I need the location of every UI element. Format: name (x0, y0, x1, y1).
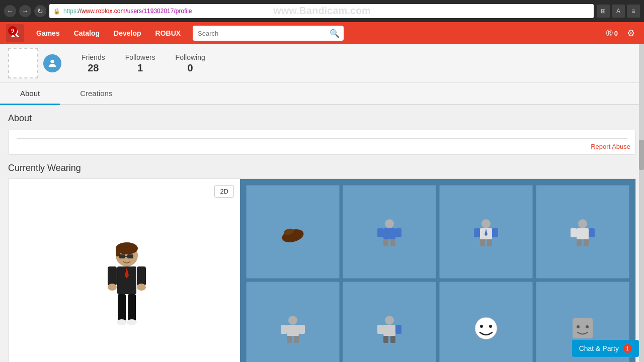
svg-rect-13 (118, 294, 126, 322)
followers-value: 1 (137, 62, 143, 74)
svg-rect-9 (108, 266, 117, 286)
browser-tools: ⊞ A ≡ (597, 5, 640, 18)
lock-icon: 🔒 (53, 8, 60, 15)
svg-rect-35 (589, 228, 595, 237)
svg-point-25 (481, 219, 491, 228)
svg-rect-42 (287, 336, 292, 343)
url-display: https://www.roblox.com/users/119302017/p… (63, 8, 192, 15)
forward-button[interactable]: → (19, 5, 31, 17)
robux-button[interactable]: ® 0 (603, 28, 621, 39)
robux-count: 0 (614, 30, 618, 37)
svg-rect-36 (577, 239, 582, 246)
search-bar: 🔍 (193, 26, 344, 41)
svg-point-0 (50, 60, 54, 63)
item-hair[interactable] (246, 185, 340, 279)
svg-point-32 (578, 219, 587, 228)
svg-rect-21 (377, 228, 383, 237)
profile-header: Friends 28 Followers 1 Following 0 (0, 44, 644, 83)
svg-rect-41 (299, 325, 305, 334)
svg-point-44 (385, 316, 394, 325)
svg-point-19 (385, 219, 394, 228)
svg-rect-3 (116, 246, 120, 256)
wearing-title: Currently Wearing (8, 163, 636, 173)
settings-button[interactable]: ⚙ (624, 28, 638, 39)
svg-point-50 (475, 317, 497, 339)
scrollbar-thumb[interactable] (639, 140, 644, 170)
avatar-3d-panel: 2D (9, 179, 240, 362)
svg-point-55 (586, 325, 589, 328)
navbar-right: ® 0 ⚙ (603, 28, 638, 39)
item-shirt-blue[interactable] (343, 185, 436, 279)
scrollbar[interactable] (639, 44, 644, 362)
friends-stat: Friends 28 (82, 53, 105, 74)
refresh-button[interactable]: ↻ (34, 5, 46, 17)
friends-label: Friends (82, 53, 105, 61)
address-bar[interactable]: 🔒 https://www.roblox.com/users/119302017… (49, 4, 594, 18)
profile-stats: Friends 28 Followers 1 Following 0 (82, 53, 205, 74)
svg-rect-22 (395, 228, 401, 237)
avatar-placeholder (8, 48, 38, 78)
svg-rect-40 (281, 325, 287, 334)
svg-point-16 (127, 319, 137, 325)
svg-rect-23 (383, 239, 388, 246)
svg-point-11 (108, 284, 117, 291)
svg-rect-30 (480, 239, 485, 246)
search-input[interactable] (193, 26, 326, 41)
notification-badge: 9 (8, 26, 17, 35)
following-value: 0 (188, 62, 193, 74)
svg-rect-27 (474, 228, 480, 237)
chat-badge: 1 (623, 344, 632, 353)
profile-btn[interactable]: A (612, 5, 625, 18)
roblox-navbar: 9 R Games Catalog Develop ROBUX 🔍 ® 0 ⚙ (0, 22, 644, 44)
items-grid-panel (240, 179, 635, 362)
avatar-figure (94, 240, 154, 341)
about-box: Report Abuse (8, 130, 636, 155)
item-shirt-white-tie[interactable] (439, 185, 533, 279)
browser-chrome: ← → ↻ 🔒 https://www.roblox.com/users/119… (0, 0, 644, 22)
menu-btn[interactable]: ≡ (627, 5, 640, 18)
svg-rect-24 (390, 239, 395, 246)
tab-creations[interactable]: Creations (60, 83, 132, 105)
svg-point-54 (577, 325, 580, 328)
logo-wrap: 9 R (6, 24, 24, 42)
tabs-bar: About Creations (0, 83, 644, 105)
search-button[interactable]: 🔍 (326, 29, 344, 38)
svg-rect-47 (395, 325, 401, 334)
tab-about[interactable]: About (0, 83, 60, 105)
avatar-svg (94, 240, 159, 346)
svg-rect-28 (492, 228, 498, 237)
extensions-btn[interactable]: ⊞ (597, 5, 610, 18)
svg-point-12 (137, 284, 146, 291)
item-pants[interactable] (246, 282, 340, 362)
svg-rect-37 (584, 239, 589, 246)
item-face[interactable] (439, 282, 533, 362)
back-button[interactable]: ← (4, 5, 16, 17)
nav-games[interactable]: Games (29, 22, 67, 44)
svg-rect-34 (571, 228, 577, 237)
nav-catalog[interactable]: Catalog (67, 22, 107, 44)
svg-point-15 (117, 319, 127, 325)
nav-develop[interactable]: Develop (107, 22, 148, 44)
svg-point-38 (288, 316, 297, 325)
svg-rect-48 (383, 336, 388, 343)
chat-label: Chat & Party (579, 344, 619, 352)
nav-robux[interactable]: ROBUX (148, 22, 188, 44)
item-shirt-blue2[interactable] (536, 185, 629, 279)
svg-point-51 (480, 325, 483, 328)
main-content: Friends 28 Followers 1 Following 0 About… (0, 44, 644, 362)
report-abuse-link[interactable]: Report Abuse (591, 143, 630, 150)
svg-rect-33 (577, 228, 589, 239)
btn-2d[interactable]: 2D (214, 185, 234, 198)
svg-rect-31 (487, 239, 492, 246)
followers-stat: Followers 1 (125, 53, 155, 74)
wearing-section: 2D (8, 178, 636, 362)
svg-rect-14 (128, 294, 136, 322)
svg-rect-20 (383, 228, 395, 239)
content-area: About Report Abuse Currently Wearing 2D (0, 105, 644, 362)
svg-rect-53 (573, 318, 593, 338)
svg-rect-5 (127, 254, 133, 258)
followers-label: Followers (125, 53, 155, 61)
svg-point-52 (489, 325, 492, 328)
item-pants2[interactable] (343, 282, 436, 362)
chat-party-button[interactable]: Chat & Party 1 (572, 340, 639, 357)
